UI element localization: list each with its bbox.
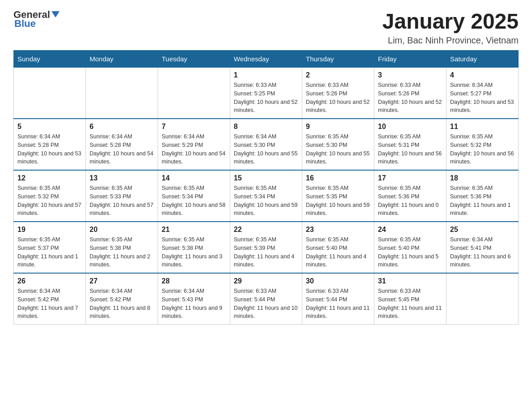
week-row-4: 19Sunrise: 6:35 AM Sunset: 5:37 PM Dayli… — [14, 222, 519, 273]
week-row-5: 26Sunrise: 6:34 AM Sunset: 5:42 PM Dayli… — [14, 273, 519, 325]
col-header-monday: Monday — [86, 51, 158, 68]
logo-blue-text: Blue — [13, 18, 36, 30]
day-cell: 1Sunrise: 6:33 AM Sunset: 5:25 PM Daylig… — [230, 68, 302, 119]
day-info: Sunrise: 6:33 AM Sunset: 5:44 PM Dayligh… — [306, 287, 370, 321]
day-number: 7 — [162, 123, 226, 131]
day-number: 18 — [450, 174, 515, 182]
day-info: Sunrise: 6:35 AM Sunset: 5:34 PM Dayligh… — [162, 184, 226, 218]
day-info: Sunrise: 6:35 AM Sunset: 5:33 PM Dayligh… — [90, 184, 154, 218]
col-header-wednesday: Wednesday — [230, 51, 302, 68]
day-cell: 30Sunrise: 6:33 AM Sunset: 5:44 PM Dayli… — [302, 273, 374, 325]
day-info: Sunrise: 6:34 AM Sunset: 5:30 PM Dayligh… — [234, 133, 298, 166]
day-number: 22 — [234, 226, 298, 234]
day-number: 17 — [378, 174, 442, 182]
day-cell: 9Sunrise: 6:35 AM Sunset: 5:30 PM Daylig… — [302, 119, 374, 170]
calendar-table: SundayMondayTuesdayWednesdayThursdayFrid… — [13, 50, 519, 325]
day-number: 24 — [378, 226, 442, 234]
day-number: 12 — [17, 174, 82, 182]
day-number: 4 — [450, 71, 515, 79]
day-cell — [446, 273, 519, 325]
day-cell: 11Sunrise: 6:35 AM Sunset: 5:32 PM Dayli… — [446, 119, 519, 170]
day-cell: 10Sunrise: 6:35 AM Sunset: 5:31 PM Dayli… — [374, 119, 446, 170]
day-number: 28 — [162, 277, 226, 285]
day-cell: 3Sunrise: 6:33 AM Sunset: 5:26 PM Daylig… — [374, 68, 446, 119]
day-number: 20 — [90, 226, 154, 234]
day-cell — [86, 68, 158, 119]
day-cell: 13Sunrise: 6:35 AM Sunset: 5:33 PM Dayli… — [86, 170, 158, 222]
day-info: Sunrise: 6:33 AM Sunset: 5:26 PM Dayligh… — [306, 81, 370, 115]
day-cell: 7Sunrise: 6:34 AM Sunset: 5:29 PM Daylig… — [158, 119, 230, 170]
day-info: Sunrise: 6:35 AM Sunset: 5:38 PM Dayligh… — [162, 235, 226, 269]
day-info: Sunrise: 6:34 AM Sunset: 5:43 PM Dayligh… — [162, 287, 226, 321]
day-cell: 24Sunrise: 6:35 AM Sunset: 5:40 PM Dayli… — [374, 222, 446, 273]
day-cell: 8Sunrise: 6:34 AM Sunset: 5:30 PM Daylig… — [230, 119, 302, 170]
day-number: 13 — [90, 174, 154, 182]
day-info: Sunrise: 6:35 AM Sunset: 5:37 PM Dayligh… — [17, 235, 82, 269]
day-info: Sunrise: 6:34 AM Sunset: 5:29 PM Dayligh… — [162, 133, 226, 166]
day-number: 6 — [90, 123, 154, 131]
day-cell: 17Sunrise: 6:35 AM Sunset: 5:36 PM Dayli… — [374, 170, 446, 222]
day-info: Sunrise: 6:35 AM Sunset: 5:35 PM Dayligh… — [306, 184, 370, 218]
day-number: 14 — [162, 174, 226, 182]
day-cell: 4Sunrise: 6:34 AM Sunset: 5:27 PM Daylig… — [446, 68, 519, 119]
day-cell: 16Sunrise: 6:35 AM Sunset: 5:35 PM Dayli… — [302, 170, 374, 222]
day-info: Sunrise: 6:34 AM Sunset: 5:41 PM Dayligh… — [450, 235, 515, 269]
day-cell: 5Sunrise: 6:34 AM Sunset: 5:28 PM Daylig… — [14, 119, 86, 170]
week-row-1: 1Sunrise: 6:33 AM Sunset: 5:25 PM Daylig… — [14, 68, 519, 119]
day-cell: 12Sunrise: 6:35 AM Sunset: 5:32 PM Dayli… — [14, 170, 86, 222]
day-cell: 31Sunrise: 6:33 AM Sunset: 5:45 PM Dayli… — [374, 273, 446, 325]
day-info: Sunrise: 6:35 AM Sunset: 5:38 PM Dayligh… — [90, 235, 154, 269]
day-number: 26 — [17, 277, 82, 285]
day-info: Sunrise: 6:33 AM Sunset: 5:44 PM Dayligh… — [234, 287, 298, 321]
day-info: Sunrise: 6:35 AM Sunset: 5:40 PM Dayligh… — [378, 235, 442, 269]
day-info: Sunrise: 6:34 AM Sunset: 5:42 PM Dayligh… — [17, 287, 82, 321]
day-cell: 2Sunrise: 6:33 AM Sunset: 5:26 PM Daylig… — [302, 68, 374, 119]
day-number: 10 — [378, 123, 442, 131]
day-number: 2 — [306, 71, 370, 79]
location-title: Lim, Bac Ninh Province, Vietnam — [382, 35, 519, 46]
day-number: 29 — [234, 277, 298, 285]
day-info: Sunrise: 6:34 AM Sunset: 5:28 PM Dayligh… — [17, 133, 82, 166]
day-info: Sunrise: 6:35 AM Sunset: 5:31 PM Dayligh… — [378, 133, 442, 166]
day-number: 21 — [162, 226, 226, 234]
day-info: Sunrise: 6:35 AM Sunset: 5:36 PM Dayligh… — [450, 184, 515, 218]
header-row: SundayMondayTuesdayWednesdayThursdayFrid… — [14, 51, 519, 68]
day-cell: 28Sunrise: 6:34 AM Sunset: 5:43 PM Dayli… — [158, 273, 230, 325]
day-number: 16 — [306, 174, 370, 182]
day-cell — [14, 68, 86, 119]
day-number: 23 — [306, 226, 370, 234]
logo-arrow-icon — [51, 11, 60, 17]
day-info: Sunrise: 6:33 AM Sunset: 5:25 PM Dayligh… — [234, 81, 298, 115]
day-number: 27 — [90, 277, 154, 285]
col-header-saturday: Saturday — [446, 51, 519, 68]
col-header-thursday: Thursday — [302, 51, 374, 68]
day-cell: 19Sunrise: 6:35 AM Sunset: 5:37 PM Dayli… — [14, 222, 86, 273]
day-number: 31 — [378, 277, 442, 285]
day-number: 15 — [234, 174, 298, 182]
day-number: 25 — [450, 226, 515, 234]
svg-marker-0 — [51, 11, 60, 17]
day-number: 5 — [17, 123, 82, 131]
week-row-2: 5Sunrise: 6:34 AM Sunset: 5:28 PM Daylig… — [14, 119, 519, 170]
day-info: Sunrise: 6:35 AM Sunset: 5:32 PM Dayligh… — [450, 133, 515, 166]
day-info: Sunrise: 6:33 AM Sunset: 5:45 PM Dayligh… — [378, 287, 442, 321]
day-info: Sunrise: 6:33 AM Sunset: 5:26 PM Dayligh… — [378, 81, 442, 115]
day-info: Sunrise: 6:35 AM Sunset: 5:39 PM Dayligh… — [234, 235, 298, 269]
day-cell: 6Sunrise: 6:34 AM Sunset: 5:28 PM Daylig… — [86, 119, 158, 170]
day-number: 9 — [306, 123, 370, 131]
day-info: Sunrise: 6:35 AM Sunset: 5:32 PM Dayligh… — [17, 184, 82, 218]
week-row-3: 12Sunrise: 6:35 AM Sunset: 5:32 PM Dayli… — [14, 170, 519, 222]
day-number: 1 — [234, 71, 298, 79]
day-number: 8 — [234, 123, 298, 131]
day-info: Sunrise: 6:34 AM Sunset: 5:42 PM Dayligh… — [90, 287, 154, 321]
col-header-sunday: Sunday — [14, 51, 86, 68]
day-cell: 27Sunrise: 6:34 AM Sunset: 5:42 PM Dayli… — [86, 273, 158, 325]
day-cell: 25Sunrise: 6:34 AM Sunset: 5:41 PM Dayli… — [446, 222, 519, 273]
day-info: Sunrise: 6:35 AM Sunset: 5:36 PM Dayligh… — [378, 184, 442, 218]
day-cell — [158, 68, 230, 119]
day-cell: 22Sunrise: 6:35 AM Sunset: 5:39 PM Dayli… — [230, 222, 302, 273]
day-info: Sunrise: 6:34 AM Sunset: 5:27 PM Dayligh… — [450, 81, 515, 115]
day-info: Sunrise: 6:35 AM Sunset: 5:34 PM Dayligh… — [234, 184, 298, 218]
day-cell: 21Sunrise: 6:35 AM Sunset: 5:38 PM Dayli… — [158, 222, 230, 273]
day-number: 3 — [378, 71, 442, 79]
